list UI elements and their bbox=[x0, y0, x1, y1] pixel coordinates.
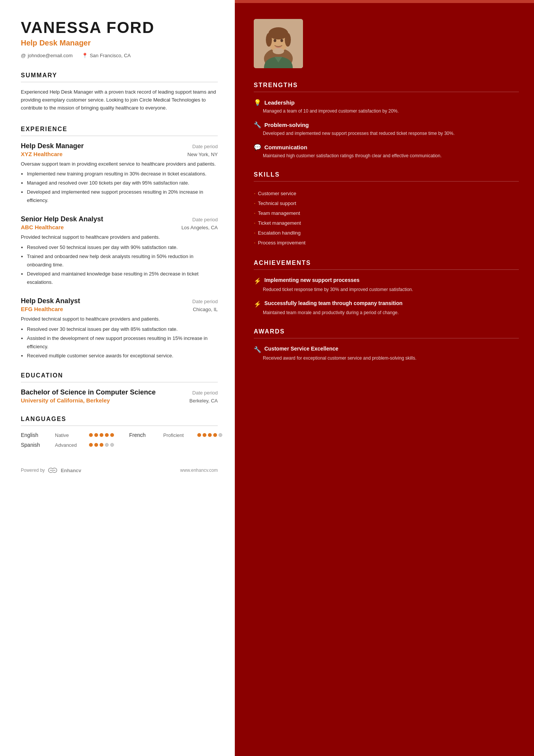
skill-label: Team management bbox=[258, 210, 300, 216]
lang-dots bbox=[89, 443, 114, 447]
strength-title: Communication bbox=[264, 144, 307, 150]
lang-name: Spanish bbox=[21, 442, 47, 448]
achievement-desc: Reduced ticket response time by 30% and … bbox=[254, 286, 519, 293]
job-company: XYZ Healthcare bbox=[21, 151, 62, 157]
lang-name: French bbox=[129, 432, 156, 438]
strength-icon: 💬 bbox=[254, 144, 261, 151]
achievements-title: ACHIEVEMENTS bbox=[254, 260, 519, 266]
skill-bullet: · bbox=[254, 190, 256, 197]
dot-filled bbox=[100, 433, 103, 437]
strengths-list: 💡 Leadership Managed a team of 10 and im… bbox=[254, 99, 519, 159]
job-desc: Oversaw support team in providing excell… bbox=[21, 160, 218, 168]
list-item: Implemented new training program resulti… bbox=[27, 170, 218, 178]
job-block: Help Desk Analyst Date period EFG Health… bbox=[21, 297, 218, 360]
skill-bullet: · bbox=[254, 200, 256, 207]
language-item: Spanish Advanced bbox=[21, 442, 218, 448]
footer: Powered by Enhancv www.enhancv.com bbox=[21, 467, 218, 474]
skill-item: · Process improvement bbox=[254, 238, 519, 247]
award-item: 🔧 Customer Service Excellence Received a… bbox=[254, 345, 519, 362]
footer-logo: Powered by Enhancv bbox=[21, 467, 81, 474]
dot-filled bbox=[213, 433, 217, 437]
skill-item: · Customer service bbox=[254, 188, 519, 198]
summary-title: SUMMARY bbox=[21, 72, 218, 79]
name: VANESSA FORD bbox=[21, 19, 218, 36]
edu-degree: Bachelor of Science in Computer Science bbox=[21, 388, 156, 396]
job-date: Date period bbox=[192, 299, 218, 304]
photo bbox=[254, 19, 303, 68]
strength-item: 🔧 Problem-solving Developed and implemen… bbox=[254, 121, 519, 137]
brand-name: Enhancv bbox=[61, 468, 81, 473]
dot-filled bbox=[203, 433, 206, 437]
job-date: Date period bbox=[192, 144, 218, 149]
svg-point-8 bbox=[273, 48, 284, 54]
svg-point-7 bbox=[281, 39, 283, 42]
skill-bullet: · bbox=[254, 239, 256, 246]
skills-title: SKILLS bbox=[254, 171, 519, 178]
edu-date: Date period bbox=[192, 390, 218, 396]
skill-item: · Escalation handling bbox=[254, 228, 519, 238]
award-icon: 🔧 bbox=[254, 346, 261, 353]
strength-desc: Developed and implemented new support pr… bbox=[254, 130, 519, 137]
job-title: Help Desk Manager bbox=[21, 39, 218, 47]
achievement-icon: ⚡ bbox=[254, 301, 261, 308]
job-location: Chicago, IL bbox=[193, 307, 218, 312]
list-item: Trained and onboarded new help desk anal… bbox=[27, 252, 218, 269]
summary-text: Experienced Help Desk Manager with a pro… bbox=[21, 88, 218, 112]
job-company: EFG Healthcare bbox=[21, 306, 63, 312]
languages-title: LANGUAGES bbox=[21, 416, 218, 423]
lang-dots bbox=[89, 433, 114, 437]
lang-level: Advanced bbox=[55, 442, 81, 448]
strength-icon: 💡 bbox=[254, 99, 261, 106]
dot-empty bbox=[105, 443, 109, 447]
job-company: ABC Healthcare bbox=[21, 224, 64, 230]
job-title: Help Desk Manager bbox=[21, 142, 84, 150]
education-block: Bachelor of Science in Computer Science … bbox=[21, 388, 218, 404]
dot-filled bbox=[208, 433, 212, 437]
job-date: Date period bbox=[192, 217, 218, 222]
email-contact: @ johndoe@email.com bbox=[21, 53, 73, 58]
svg-point-4 bbox=[266, 33, 272, 47]
award-title: Customer Service Excellence bbox=[264, 345, 338, 352]
skill-label: Escalation handling bbox=[258, 230, 301, 236]
dot-filled bbox=[105, 433, 109, 437]
job-block: Senior Help Desk Analyst Date period ABC… bbox=[21, 215, 218, 286]
skills-section: SKILLS · Customer service · Technical su… bbox=[254, 171, 519, 247]
experience-section: EXPERIENCE Help Desk Manager Date period… bbox=[21, 126, 218, 360]
job-location: Los Angeles, CA bbox=[181, 225, 218, 230]
education-section: EDUCATION Bachelor of Science in Compute… bbox=[21, 372, 218, 404]
lang-level: Proficient bbox=[163, 432, 190, 438]
job-bullets: Resolved over 30 technical issues per da… bbox=[21, 325, 218, 360]
dot-filled bbox=[94, 433, 98, 437]
list-item: Received multiple customer service award… bbox=[27, 352, 218, 360]
strength-title: Leadership bbox=[264, 99, 295, 106]
edu-location: Berkeley, CA bbox=[189, 398, 218, 404]
awards-list: 🔧 Customer Service Excellence Received a… bbox=[254, 345, 519, 362]
strength-item: 💡 Leadership Managed a team of 10 and im… bbox=[254, 99, 519, 114]
dot-filled bbox=[100, 443, 103, 447]
awards-section: AWARDS 🔧 Customer Service Excellence Rec… bbox=[254, 328, 519, 362]
strength-desc: Maintained high customer satisfaction ra… bbox=[254, 152, 519, 159]
powered-by-text: Powered by bbox=[21, 468, 45, 473]
skill-bullet: · bbox=[254, 229, 256, 236]
dot-empty bbox=[110, 443, 114, 447]
job-desc: Provided technical support to healthcare… bbox=[21, 315, 218, 323]
strengths-title: STRENGTHS bbox=[254, 82, 519, 89]
dot-filled bbox=[110, 433, 114, 437]
list-item: Managed and resolved over 100 tickets pe… bbox=[27, 179, 218, 187]
dot-empty bbox=[219, 433, 222, 437]
lang-level: Native bbox=[55, 432, 81, 438]
achievement-item: ⚡ Implementing new support processes Red… bbox=[254, 277, 519, 293]
language-item: English Native bbox=[21, 432, 114, 438]
experience-jobs: Help Desk Manager Date period XYZ Health… bbox=[21, 142, 218, 360]
email-icon: @ bbox=[21, 53, 26, 58]
svg-point-6 bbox=[274, 39, 276, 42]
location-contact: 📍 San Francisco, CA bbox=[82, 53, 131, 58]
job-title: Senior Help Desk Analyst bbox=[21, 215, 103, 223]
skill-item: · Technical support bbox=[254, 198, 519, 208]
dot-filled bbox=[197, 433, 201, 437]
photo-placeholder bbox=[254, 19, 303, 68]
language-item: French Proficient bbox=[129, 432, 222, 438]
skill-bullet: · bbox=[254, 210, 256, 216]
skill-item: · Team management bbox=[254, 208, 519, 218]
list-item: Assisted in the development of new suppo… bbox=[27, 334, 218, 351]
